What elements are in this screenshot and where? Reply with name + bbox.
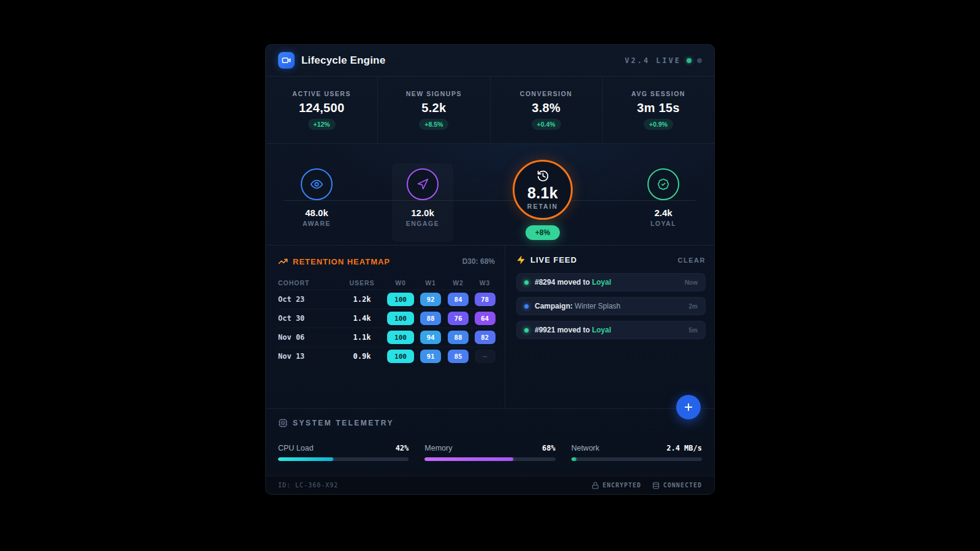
cohort-users: 0.9k xyxy=(339,352,385,361)
meter-fill xyxy=(278,457,333,461)
live-feed-title: LIVE FEED xyxy=(530,255,577,264)
heatmap-cell: 100 xyxy=(387,293,414,306)
heatmap-cell: 85 xyxy=(448,350,469,363)
kpi-strip: ACTIVE USERS124,500+12%NEW SIGNUPS5.2k+8… xyxy=(266,77,714,144)
cohort-label: Oct 30 xyxy=(278,314,339,323)
telemetry-meter: Network2.4 MB/s xyxy=(571,444,702,461)
idle-status-dot xyxy=(697,58,702,63)
cohort-label: Nov 13 xyxy=(278,352,339,361)
meter-label: CPU Load xyxy=(278,444,314,452)
heatmap-row: Oct 301.4k100887664 xyxy=(278,309,495,328)
heatmap-cell: 88 xyxy=(420,312,441,325)
feed-item[interactable]: #9921 moved to Loyal5m xyxy=(516,321,706,339)
heatmap-column-headers: COHORT USERS W0 W1 W2 W3 xyxy=(278,276,495,290)
encrypted-label: ENCRYPTED xyxy=(603,482,641,489)
clear-feed-button[interactable]: CLEAR xyxy=(678,257,706,264)
heatmap-cell: – xyxy=(475,350,496,363)
stage-label: LOYAL xyxy=(650,220,676,227)
add-button[interactable] xyxy=(676,395,701,419)
kpi-value: 124,500 xyxy=(299,101,344,115)
feed-dot xyxy=(524,304,529,309)
heatmap-cell: 88 xyxy=(448,331,469,344)
funnel-stage-aware[interactable]: 48.0k AWARE xyxy=(277,168,356,227)
connected-status: CONNECTED xyxy=(652,482,702,489)
stage-label: AWARE xyxy=(303,220,331,227)
engage-ring[interactable] xyxy=(407,168,439,200)
kpi-label: NEW SIGNUPS xyxy=(406,90,462,97)
retention-heatmap-panel: RETENTION HEATMAP D30: 68% COHORT USERS … xyxy=(266,246,505,408)
stage-value: 2.4k xyxy=(654,208,672,218)
col-header-w0: W0 xyxy=(385,279,417,287)
cohort-label: Nov 06 xyxy=(278,333,339,342)
telemetry-meter: CPU Load42% xyxy=(278,444,409,461)
heatmap-cell: 91 xyxy=(420,350,441,363)
kpi-card: ACTIVE USERS124,500+12% xyxy=(266,77,377,143)
meter-fill xyxy=(424,457,513,461)
plus-icon xyxy=(683,402,694,413)
retain-delta-badge: +8% xyxy=(526,225,560,240)
funnel-stage-engage[interactable]: 12.0k ENGAGE xyxy=(383,168,462,227)
cohort-label: Oct 23 xyxy=(278,295,339,304)
heatmap-cell: 94 xyxy=(420,331,441,344)
dashboard-card: Lifecycle Engine V2.4 LIVE ACTIVE USERS1… xyxy=(265,44,715,495)
kpi-delta-badge: +0.9% xyxy=(644,119,673,130)
kpi-value: 5.2k xyxy=(421,101,446,115)
encrypted-status: ENCRYPTED xyxy=(592,482,641,489)
heatmap-body: Oct 231.2k100928478Oct 301.4k100887664No… xyxy=(278,290,495,365)
database-icon xyxy=(652,482,660,489)
kpi-label: CONVERSION xyxy=(520,90,573,97)
funnel-stage-loyal[interactable]: 2.4k LOYAL xyxy=(624,168,703,227)
telemetry-meters: CPU Load42%Memory68%Network2.4 MB/s xyxy=(278,444,702,461)
kpi-label: ACTIVE USERS xyxy=(292,90,351,97)
device-id-label: ID: LC-360-X92 xyxy=(278,482,338,489)
heatmap-row: Nov 061.1k100948882 xyxy=(278,328,495,347)
cohort-users: 1.4k xyxy=(339,314,385,323)
funnel-stage-retain[interactable]: 8.1k RETAIN +8% xyxy=(503,160,582,240)
meter-fill xyxy=(571,457,577,461)
meter-track xyxy=(571,457,702,461)
kpi-delta-badge: +8.5% xyxy=(419,119,448,130)
feed-timestamp: 5m xyxy=(689,327,698,334)
status-bar: ID: LC-360-X92 ENCRYPTED CONNECTED xyxy=(266,476,714,494)
history-icon xyxy=(537,170,549,182)
app-header: Lifecycle Engine V2.4 LIVE xyxy=(266,45,714,77)
loyal-ring[interactable] xyxy=(647,168,679,200)
lifecycle-funnel: 48.0k AWARE 12.0k ENGAGE 8.1k RETAIN +8% xyxy=(266,144,714,246)
d30-retention-label: D30: 68% xyxy=(462,257,495,266)
heatmap-cell: 100 xyxy=(387,350,414,363)
stage-label: RETAIN xyxy=(527,203,558,210)
feed-text: Campaign: Winter Splash xyxy=(535,302,620,310)
live-feed-panel: LIVE FEED CLEAR #8294 moved to LoyalNowC… xyxy=(505,246,714,408)
feed-dot xyxy=(524,280,529,285)
retain-ring[interactable]: 8.1k RETAIN xyxy=(513,160,573,220)
meter-track xyxy=(278,457,409,461)
eye-icon xyxy=(310,178,323,191)
stage-label: ENGAGE xyxy=(406,220,440,227)
feed-item[interactable]: Campaign: Winter Splash2m xyxy=(516,297,706,315)
heatmap-cell: 100 xyxy=(387,312,414,325)
page-title: Lifecycle Engine xyxy=(301,54,385,67)
app-logo xyxy=(278,52,295,69)
cohort-users: 1.1k xyxy=(339,333,385,342)
version-label: V2.4 LIVE xyxy=(625,56,681,65)
kpi-delta-badge: +12% xyxy=(308,119,336,130)
kpi-card: AVG SESSION3m 15s+0.9% xyxy=(602,77,714,143)
feed-timestamp: 2m xyxy=(689,303,698,310)
feed-item[interactable]: #8294 moved to LoyalNow xyxy=(516,273,706,291)
cpu-chip-icon xyxy=(278,418,288,428)
lock-icon xyxy=(592,482,599,489)
stage-value: 12.0k xyxy=(411,208,434,218)
stage-value: 48.0k xyxy=(305,208,328,218)
trending-up-icon xyxy=(278,257,288,266)
heatmap-cell: 84 xyxy=(448,293,469,306)
col-header-users: USERS xyxy=(339,279,385,287)
video-camera-icon xyxy=(282,56,291,65)
stage-value: 8.1k xyxy=(527,184,558,202)
meter-value: 2.4 MB/s xyxy=(666,444,702,452)
heatmap-row: Oct 231.2k100928478 xyxy=(278,290,495,309)
meter-label: Memory xyxy=(424,444,452,452)
heatmap-cell: 82 xyxy=(475,331,496,344)
kpi-label: AVG SESSION xyxy=(631,90,685,97)
aware-ring[interactable] xyxy=(301,168,333,200)
meter-value: 42% xyxy=(396,444,409,452)
